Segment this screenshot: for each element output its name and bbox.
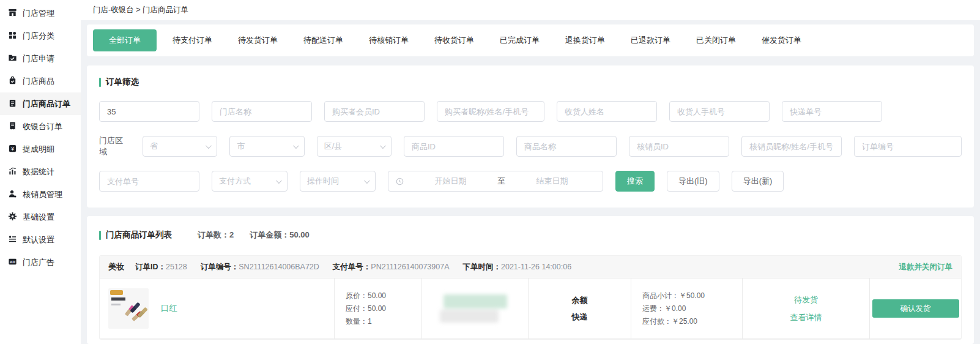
order-list-panel: 门店商品订单列表 订单数：2 订单金额：50.00 美妆 订单ID：25128 … <box>87 216 974 344</box>
district-select[interactable]: 区/县 <box>317 136 392 157</box>
verifier-id-input[interactable] <box>629 136 729 157</box>
sidebar-item-verifier-manage[interactable]: 核销员管理 <box>0 183 81 206</box>
sidebar-item-statistics[interactable]: 数据统计 <box>0 160 81 183</box>
order-time-value: 2021-11-26 14:00:06 <box>501 263 571 271</box>
order-sn-label: 订单编号： <box>201 263 239 271</box>
filter-title: 订单筛选 <box>99 77 962 88</box>
goods-bag-icon <box>8 76 17 87</box>
verifier-nickname-input[interactable] <box>741 136 842 157</box>
operation-time-select[interactable]: 操作时间 <box>300 171 376 192</box>
order-list-title: 门店商品订单列表 <box>99 230 172 241</box>
sidebar-item-store-application[interactable]: 门店申请 <box>0 47 81 70</box>
date-end-placeholder[interactable]: 结束日期 <box>509 176 595 187</box>
order-list-stats: 订单数：2 订单金额：50.00 <box>198 230 310 241</box>
sidebar-item-label: 收银台订单 <box>23 121 62 132</box>
order-item-header: 美妆 订单ID：25128 订单编号：SN21112614006BA72D 支付… <box>100 256 961 278</box>
order-amount-label: 订单金额： <box>250 230 289 239</box>
city-select[interactable]: 市 <box>229 136 304 157</box>
consignee-phone-input[interactable] <box>669 101 770 122</box>
status-cell: 待发货 查看详情 <box>742 279 869 338</box>
sidebar-item-store-goods[interactable]: 门店商品 <box>0 70 81 92</box>
sidebar-item-store-category[interactable]: 门店分类 <box>0 24 81 47</box>
subtotal-label: 商品小计： <box>642 291 679 300</box>
product-image-text-bar <box>111 304 121 305</box>
store-name-input[interactable] <box>212 101 312 122</box>
sidebar-item-label: 门店广告 <box>23 257 54 268</box>
order-filter-panel: 订单筛选 门店区域 省 市 区/县 支付方式 操作时间 <box>87 65 974 208</box>
product-image-text-bar <box>111 297 125 301</box>
view-details-link[interactable]: 查看详情 <box>790 308 822 326</box>
buyer-member-id-input[interactable] <box>324 101 425 122</box>
order-list-header: 门店商品订单列表 订单数：2 订单金额：50.00 <box>99 230 962 241</box>
buyer-blur-bar <box>440 310 499 323</box>
export-new-button[interactable]: 导出(新) <box>732 171 784 192</box>
chevron-down-icon <box>364 178 370 184</box>
subtotal-value: ￥50.00 <box>679 291 705 300</box>
export-old-button[interactable]: 导出(旧) <box>667 171 719 192</box>
order-store-name: 美妆 <box>108 261 124 272</box>
confirm-shipment-button[interactable]: 确认发货 <box>872 299 959 318</box>
tab-pending-payment[interactable]: 待支付订单 <box>166 29 218 51</box>
breadcrumb: 门店-收银台 > 门店商品订单 <box>81 0 980 20</box>
tab-pending-verification[interactable]: 待核销订单 <box>363 29 415 51</box>
sidebar-item-store-goods-orders[interactable]: 门店商品订单 <box>0 92 81 115</box>
province-select[interactable]: 省 <box>143 136 217 157</box>
sidebar-item-label: 门店商品 <box>23 76 54 87</box>
tracking-number-input[interactable] <box>782 101 882 122</box>
store-id-input[interactable] <box>99 101 199 122</box>
district-select-value: 区/县 <box>324 141 343 152</box>
payment-method-select[interactable]: 支付方式 <box>212 171 288 192</box>
chevron-down-icon <box>380 143 386 149</box>
sidebar-item-default-settings[interactable]: 默认设置 <box>0 228 81 251</box>
sidebar-item-store-manage[interactable]: 门店管理 <box>0 2 81 24</box>
tab-closed[interactable]: 已关闭订单 <box>690 29 742 51</box>
refund-and-close-link[interactable]: 退款并关闭订单 <box>899 262 953 272</box>
payment-number-input[interactable] <box>99 171 199 192</box>
consignee-name-input[interactable] <box>557 101 657 122</box>
date-range-picker[interactable]: 开始日期 至 结束日期 <box>388 171 603 192</box>
tab-pending-shipment[interactable]: 待发货订单 <box>232 29 284 51</box>
buyer-cell <box>421 279 528 338</box>
default-settings-icon <box>8 234 17 245</box>
tab-pending-delivery[interactable]: 待配送订单 <box>297 29 349 51</box>
action-cell: 确认发货 <box>869 279 961 338</box>
tab-refunded[interactable]: 已退款订单 <box>625 29 677 51</box>
tab-pending-receipt[interactable]: 待收货订单 <box>428 29 480 51</box>
product-name-input[interactable] <box>516 136 617 157</box>
delivery-method-value: 快递 <box>572 308 588 325</box>
payable-value: 50.00 <box>368 304 386 313</box>
tab-all-orders[interactable]: 全部订单 <box>93 29 157 51</box>
shipping-fee-value: ￥0.00 <box>664 304 686 313</box>
amount-due-value: ￥25.00 <box>672 317 697 326</box>
statistics-chart-icon <box>8 166 17 178</box>
product-image[interactable] <box>108 288 149 329</box>
tab-return-exchange[interactable]: 退换货订单 <box>559 29 611 51</box>
region-label: 门店区域 <box>99 135 130 157</box>
order-id-label: 订单ID： <box>135 263 166 271</box>
search-button[interactable]: 搜索 <box>615 171 655 192</box>
sidebar-item-label: 数据统计 <box>23 166 54 178</box>
sidebar-item-commission-detail[interactable]: ¥ 提成明细 <box>0 138 81 160</box>
settings-gear-icon <box>8 212 17 223</box>
tab-urge-shipment[interactable]: 催发货订单 <box>755 29 807 51</box>
product-id-input[interactable] <box>404 136 504 157</box>
chevron-down-icon <box>276 178 282 184</box>
sidebar-item-store-ads[interactable]: AD 门店广告 <box>0 251 81 274</box>
buyer-nickname-input[interactable] <box>437 101 544 122</box>
sidebar-item-label: 基础设置 <box>23 212 54 223</box>
product-image-badge <box>110 290 123 295</box>
sidebar-item-label: 门店分类 <box>23 31 54 42</box>
filter-row-1 <box>99 101 962 122</box>
order-count-value: 2 <box>229 230 234 239</box>
city-select-value: 市 <box>237 141 245 152</box>
order-status-badge: 待发货 <box>794 291 818 308</box>
sidebar-item-cashier-orders[interactable]: 收银台订单 <box>0 115 81 138</box>
category-grid-icon <box>8 31 17 42</box>
order-sn-input[interactable] <box>854 136 962 157</box>
sidebar-item-basic-settings[interactable]: 基础设置 <box>0 206 81 228</box>
tab-completed[interactable]: 已完成订单 <box>494 29 546 51</box>
original-price-value: 50.00 <box>368 291 386 300</box>
date-start-placeholder[interactable]: 开始日期 <box>407 176 494 187</box>
product-name-link[interactable]: 口红 <box>161 303 177 314</box>
product-cell: 口红 <box>100 279 334 338</box>
